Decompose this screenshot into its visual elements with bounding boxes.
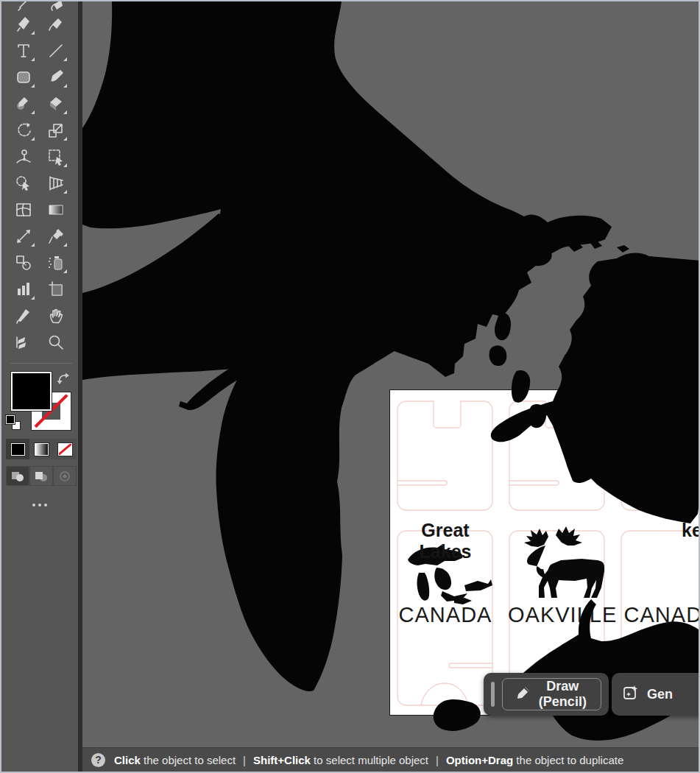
hint-separator: | [243,754,246,766]
slice-tool[interactable] [11,304,36,328]
illustrator-window: Great Lakes CANADA OAKVILLE ke CANADA [0,0,700,773]
swap-fill-stroke-icon[interactable] [56,372,72,389]
rectangle-tool[interactable] [11,66,36,89]
scale-tool[interactable] [43,119,68,142]
hint-click: Click the object to select [114,754,236,766]
symbol-sprayer-tool[interactable] [43,251,68,275]
default-fill-stroke-icon[interactable] [6,415,21,430]
help-icon[interactable]: ? [91,753,105,767]
draw-pencil-button[interactable]: Draw (Pencil) [502,678,601,710]
paint-gradient-button[interactable] [29,439,53,459]
rotate-tool[interactable] [11,119,36,142]
toolbar-divider [10,363,72,364]
pen-tool[interactable] [11,13,36,36]
eyedropper-tool[interactable] [43,225,68,248]
hint-separator: | [436,754,439,766]
lake-st-clair [434,699,481,731]
shaper-tool[interactable] [11,92,36,116]
draw-behind-mode[interactable] [29,466,53,486]
rotate-view-tool[interactable] [11,331,36,354]
draw-inside-mode[interactable] [53,466,77,486]
magic-wand-tool[interactable] [11,1,36,11]
task-bar-panel-right: Gen [612,673,700,716]
lasso-tool[interactable] [43,1,68,11]
task-bar-panel-left: Draw (Pencil) [484,673,609,716]
generate-button[interactable]: Gen [619,678,700,710]
free-transform-tool[interactable] [43,145,68,169]
perspective-grid-tool[interactable] [43,172,68,195]
hint-option-drag: Option+Drag the object to duplicate [446,754,623,766]
generate-label: Gen [647,687,673,702]
line-segment-tool[interactable] [43,39,68,63]
paintbrush-tool[interactable] [43,66,68,89]
generate-icon [622,684,640,705]
contextual-task-bar: Draw (Pencil) Gen [484,673,700,716]
document-canvas[interactable]: Great Lakes CANADA OAKVILLE ke CANADA [82,1,700,749]
draw-normal-mode[interactable] [6,466,29,486]
lake-erie [509,599,700,741]
great-lakes-vector-artwork[interactable] [82,1,700,749]
column-graph-tool[interactable] [11,278,36,301]
curvature-tool[interactable] [43,13,68,36]
blend-tool[interactable] [11,251,36,275]
tools-panel [1,1,82,772]
puppet-warp-tool[interactable] [11,145,36,169]
mesh-tool[interactable] [11,198,36,222]
gradient-tool[interactable] [43,198,68,222]
paint-color-button[interactable] [6,439,29,459]
type-tool[interactable] [11,39,36,63]
paint-none-button[interactable] [53,439,77,459]
hand-tool[interactable] [43,304,68,328]
eraser-tool[interactable] [43,92,68,116]
edit-toolbar-ellipsis-icon[interactable] [1,504,78,506]
task-bar-grip[interactable] [491,682,495,707]
draw-pencil-label: Draw (Pencil) [538,679,587,710]
artboard-tool[interactable] [43,278,68,301]
drawing-mode-buttons [6,466,77,486]
zoom-tool[interactable] [43,331,68,354]
hint-shift-click: Shift+Click to select multiple object [253,754,428,766]
status-hint-bar: ? Click the object to select | Shift+Cli… [82,747,700,772]
fill-color-proxy[interactable] [11,372,52,411]
width-tool[interactable] [11,225,36,248]
shape-builder-tool[interactable] [11,172,36,195]
paint-style-buttons [6,439,77,459]
pencil-icon [516,685,531,704]
